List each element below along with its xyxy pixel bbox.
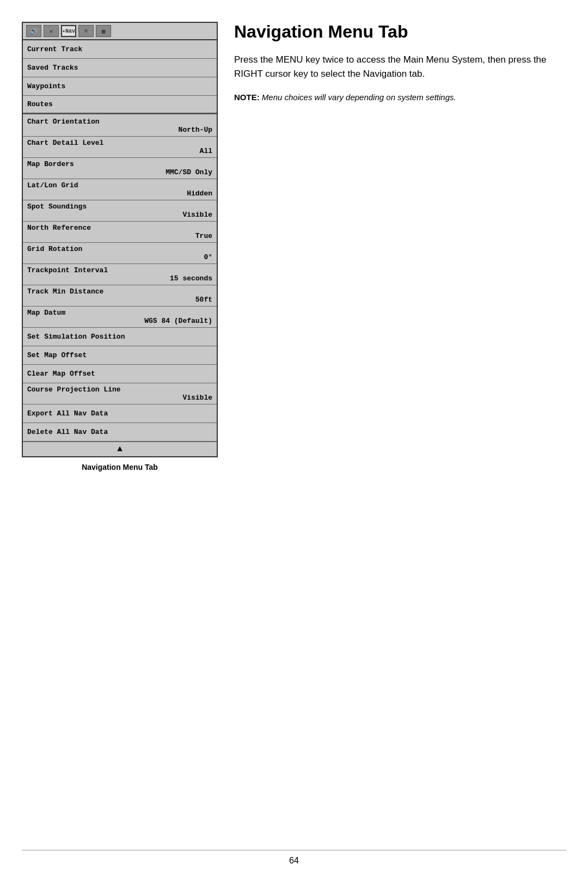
menu-item-delete-all-nav-data[interactable]: Delete All Nav Data: [23, 423, 217, 442]
tab-icon-nav[interactable]: ✦Nav: [61, 25, 76, 37]
note-block: NOTE: Menu choices will vary depending o…: [234, 91, 566, 103]
menu-item-track-min-distance[interactable]: Track Min Distance 50ft: [23, 285, 217, 307]
note-text: Menu choices will vary depending on syst…: [260, 93, 456, 102]
menu-item-course-projection-line[interactable]: Course Projection Line Visible: [23, 383, 217, 405]
menu-item-chart-detail-level[interactable]: Chart Detail Level All: [23, 137, 217, 158]
menu-item-routes[interactable]: Routes: [23, 96, 217, 114]
page-footer: 64: [0, 850, 588, 866]
tab-bar: 🔊 ✕ ✦Nav ≡ ▦: [23, 23, 217, 40]
tab-icon-audio[interactable]: 🔊: [26, 25, 41, 37]
menu-item-north-reference[interactable]: North Reference True: [23, 222, 217, 243]
menu-item-spot-soundings[interactable]: Spot Soundings Visible: [23, 200, 217, 222]
intro-text: Press the MENU key twice to access the M…: [234, 53, 566, 81]
note-label: NOTE:: [234, 93, 260, 102]
tab-icon-view[interactable]: ▦: [96, 25, 111, 37]
menu-item-saved-tracks[interactable]: Saved Tracks: [23, 59, 217, 77]
menu-item-set-simulation-position[interactable]: Set Simulation Position: [23, 328, 217, 346]
left-panel: 🔊 ✕ ✦Nav ≡ ▦ Current Track Saved Tracks …: [22, 22, 218, 471]
tab-icon-menu[interactable]: ≡: [78, 25, 94, 37]
scroll-indicator: ▲: [23, 442, 217, 456]
menu-item-map-borders[interactable]: Map Borders MMC/SD Only: [23, 158, 217, 179]
page-title: Navigation Menu Tab: [234, 22, 566, 42]
right-panel: Navigation Menu Tab Press the MENU key t…: [234, 22, 566, 471]
device-caption: Navigation Menu Tab: [22, 463, 218, 471]
footer-divider: [22, 850, 566, 850]
menu-item-map-datum[interactable]: Map Datum WGS 84 (Default): [23, 307, 217, 328]
menu-item-waypoints[interactable]: Waypoints: [23, 77, 217, 96]
menu-item-set-map-offset[interactable]: Set Map Offset: [23, 346, 217, 365]
menu-item-lat-lon-grid[interactable]: Lat/Lon Grid Hidden: [23, 179, 217, 200]
tab-icon-x[interactable]: ✕: [44, 25, 59, 37]
menu-item-export-all-nav-data[interactable]: Export All Nav Data: [23, 405, 217, 423]
menu-item-chart-orientation[interactable]: Chart Orientation North-Up: [23, 115, 217, 137]
menu-item-clear-map-offset[interactable]: Clear Map Offset: [23, 365, 217, 383]
menu-item-grid-rotation[interactable]: Grid Rotation 0°: [23, 243, 217, 264]
menu-item-current-track[interactable]: Current Track: [23, 40, 217, 59]
device-screen: 🔊 ✕ ✦Nav ≡ ▦ Current Track Saved Tracks …: [22, 22, 218, 457]
page-number: 64: [0, 856, 588, 866]
menu-item-trackpoint-interval[interactable]: Trackpoint Interval 15 seconds: [23, 264, 217, 285]
